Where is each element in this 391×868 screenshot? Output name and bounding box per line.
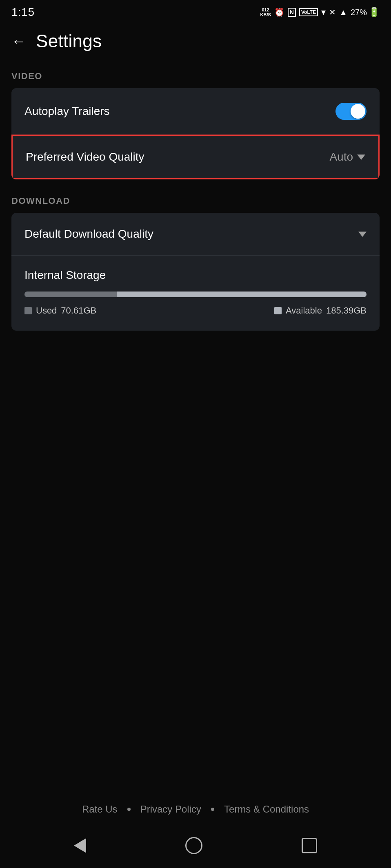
chevron-down-icon	[357, 155, 365, 160]
terms-conditions-link[interactable]: Terms & Conditions	[224, 804, 309, 815]
battery-icon: 🔋	[369, 7, 380, 18]
status-icons: 012 KB/S ⏰ N VoLTE ▾ ✕ ▲ 27% 🔋	[260, 7, 380, 18]
footer: Rate Us Privacy Policy Terms & Condition…	[0, 804, 391, 815]
nav-recents-button[interactable]	[302, 838, 317, 853]
internal-storage-label: Internal Storage	[24, 269, 367, 282]
download-section-label: DOWNLOAD	[0, 196, 391, 213]
nav-home-button[interactable]	[185, 837, 202, 854]
autoplay-trailers-toggle[interactable]	[335, 103, 367, 120]
default-download-quality-row[interactable]: Default Download Quality	[11, 213, 380, 255]
storage-bar-available	[117, 292, 367, 297]
chevron-down-icon-2	[358, 232, 367, 237]
rate-us-link[interactable]: Rate Us	[82, 804, 118, 815]
legend-used-value: 70.61GB	[61, 305, 96, 316]
storage-bar-used	[24, 292, 117, 297]
default-download-quality-dropdown[interactable]	[358, 232, 367, 237]
default-download-quality-label: Default Download Quality	[24, 227, 153, 241]
nfc-icon: N	[288, 8, 296, 17]
legend-available-value: 185.39GB	[326, 305, 367, 316]
legend-used: Used 70.61GB	[24, 305, 96, 316]
alarm-icon: ⏰	[274, 7, 284, 17]
legend-dot-used	[24, 307, 32, 314]
battery-indicator: 27% 🔋	[351, 7, 380, 18]
internal-storage-row: Internal Storage Used 70.61GB Available …	[11, 255, 380, 331]
signal-icon: ▲	[339, 8, 347, 17]
status-bar: 1:15 012 KB/S ⏰ N VoLTE ▾ ✕ ▲ 27% 🔋	[0, 0, 391, 23]
recents-nav-icon	[302, 838, 317, 853]
download-section: DOWNLOAD Default Download Quality Intern…	[0, 196, 391, 331]
legend-available: Available 185.39GB	[274, 305, 367, 316]
video-section-label: VIDEO	[0, 71, 391, 88]
footer-dot-1	[127, 808, 131, 811]
preferred-video-quality-dropdown[interactable]: Auto	[329, 150, 365, 163]
back-nav-icon	[74, 838, 86, 853]
data-speed-icon: 012 KB/S	[260, 7, 271, 17]
preferred-video-quality-row[interactable]: Preferred Video Quality Auto	[11, 135, 380, 179]
storage-content: Internal Storage Used 70.61GB Available …	[11, 256, 380, 331]
legend-available-label: Available	[286, 305, 322, 316]
back-button[interactable]: ←	[11, 33, 26, 50]
storage-bar	[24, 292, 367, 297]
home-nav-icon	[185, 837, 202, 854]
page-title: Settings	[36, 31, 102, 51]
video-settings-card: Autoplay Trailers Preferred Video Qualit…	[11, 88, 380, 179]
nav-bar	[0, 823, 391, 868]
preferred-video-quality-value: Auto	[329, 150, 353, 163]
signal-x-icon: ✕	[329, 7, 336, 17]
wifi-icon: ▾	[321, 7, 326, 18]
nav-back-button[interactable]	[74, 838, 86, 853]
battery-percent: 27%	[351, 8, 367, 17]
status-time: 1:15	[11, 6, 35, 19]
preferred-video-quality-label: Preferred Video Quality	[26, 150, 144, 163]
legend-used-label: Used	[36, 305, 57, 316]
autoplay-trailers-label: Autoplay Trailers	[24, 105, 110, 118]
legend-dot-available	[274, 307, 282, 314]
download-settings-card: Default Download Quality Internal Storag…	[11, 213, 380, 331]
storage-legend: Used 70.61GB Available 185.39GB	[24, 305, 367, 316]
toggle-knob	[351, 104, 365, 119]
footer-dot-2	[211, 808, 214, 811]
page-header: ← Settings	[0, 23, 391, 63]
volte-icon: VoLTE	[299, 8, 318, 16]
privacy-policy-link[interactable]: Privacy Policy	[140, 804, 201, 815]
autoplay-trailers-row[interactable]: Autoplay Trailers	[11, 88, 380, 135]
